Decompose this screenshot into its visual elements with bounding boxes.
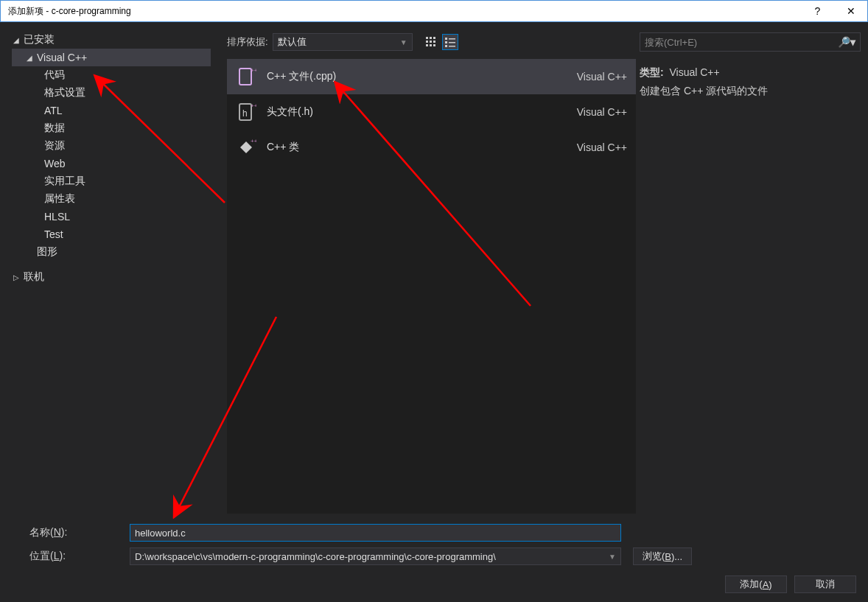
- sort-value: 默认值: [278, 35, 307, 49]
- template-name: C++ 文件(.cpp): [267, 70, 577, 83]
- system-buttons: ? ✕: [801, 1, 867, 21]
- sort-dropdown[interactable]: 默认值 ▼: [273, 33, 413, 51]
- svg-rect-5: [433, 41, 435, 43]
- title-bar: 添加新项 - c-core-programming ? ✕: [0, 0, 868, 22]
- tree-label: 图形: [37, 245, 57, 259]
- info-panel: 类型: Visual C++ 创建包含 C++ 源代码的文件: [640, 63, 861, 100]
- template-item-cpp-file[interactable]: ++ C++ 文件(.cpp) Visual C++: [227, 59, 636, 94]
- cpp-file-icon: ++: [236, 66, 256, 87]
- svg-rect-2: [433, 37, 435, 39]
- svg-rect-13: [445, 45, 447, 47]
- template-lang: Visual C++: [577, 141, 627, 153]
- svg-rect-15: [239, 69, 251, 85]
- svg-rect-8: [433, 44, 435, 46]
- svg-text:++: ++: [251, 67, 256, 74]
- tree-item-installed[interactable]: ◢ 已安装: [12, 31, 211, 49]
- expand-icon: ◢: [12, 36, 21, 44]
- svg-rect-14: [449, 46, 455, 47]
- window-title: 添加新项 - c-core-programming: [8, 5, 801, 18]
- tree-item[interactable]: Web: [12, 155, 211, 172]
- cpp-class-icon: ++: [236, 137, 256, 158]
- header-file-icon: h++: [236, 102, 256, 122]
- svg-rect-11: [445, 41, 447, 43]
- template-name: 头文件(.h): [267, 105, 577, 119]
- svg-rect-10: [449, 38, 455, 40]
- tree-item[interactable]: Test: [12, 225, 211, 243]
- close-button[interactable]: ✕: [834, 1, 867, 21]
- bottom-form: 名称(N): 位置(L): D:\workspace\c\vs\modern-c…: [29, 521, 856, 568]
- type-value: Visual C++: [669, 66, 719, 78]
- svg-text:++: ++: [251, 102, 256, 109]
- svg-rect-6: [426, 44, 428, 46]
- svg-text:++: ++: [251, 138, 256, 144]
- view-mode-icons: [423, 34, 458, 50]
- footer-buttons: 添加(A) 取消: [725, 575, 856, 593]
- location-row: 位置(L): D:\workspace\c\vs\modern-c-progra…: [29, 545, 856, 568]
- chevron-down-icon: ▼: [609, 553, 616, 561]
- name-label: 名称(N):: [29, 526, 118, 539]
- tree-item-graphics[interactable]: 图形: [12, 243, 211, 261]
- name-input[interactable]: [130, 524, 621, 542]
- location-label: 位置(L):: [29, 550, 118, 563]
- svg-rect-12: [449, 42, 455, 43]
- svg-rect-4: [430, 41, 432, 43]
- svg-rect-7: [430, 44, 432, 46]
- search-box[interactable]: 🔎▾: [640, 32, 861, 52]
- template-list: ++ C++ 文件(.cpp) Visual C++ h++ 头文件(.h) V…: [227, 59, 636, 514]
- type-label: 类型:: [640, 66, 664, 78]
- template-item-header-file[interactable]: h++ 头文件(.h) Visual C++: [227, 94, 636, 130]
- tree-item-visualcpp[interactable]: ◢ Visual C++: [12, 49, 211, 66]
- sort-label: 排序依据:: [227, 35, 268, 49]
- svg-rect-0: [426, 37, 428, 39]
- location-value: D:\workspace\c\vs\modern-c-programming\c…: [135, 551, 496, 562]
- browse-button[interactable]: 浏览(B)...: [633, 547, 692, 565]
- collapse-icon: ▷: [12, 273, 21, 281]
- tree-item[interactable]: 实用工具: [12, 172, 211, 190]
- svg-text:h: h: [242, 108, 248, 119]
- type-row: 类型: Visual C++: [640, 63, 861, 82]
- tree-label: Visual C++: [37, 52, 87, 63]
- tree-item-online[interactable]: ▷ 联机: [12, 268, 211, 286]
- sort-row: 排序依据: 默认值 ▼: [227, 33, 458, 51]
- expand-icon: ◢: [25, 54, 34, 62]
- template-item-cpp-class[interactable]: ++ C++ 类 Visual C++: [227, 130, 636, 165]
- search-icon[interactable]: 🔎▾: [838, 36, 855, 48]
- tree-item[interactable]: ATL: [12, 102, 211, 119]
- help-button[interactable]: ?: [801, 1, 834, 21]
- tree-item[interactable]: 资源: [12, 137, 211, 155]
- cancel-button[interactable]: 取消: [794, 575, 856, 593]
- tree-item[interactable]: HLSL: [12, 208, 211, 225]
- dialog-body: 排序依据: 默认值 ▼ 🔎▾ ◢ 已安装 ◢: [0, 22, 868, 602]
- name-row: 名称(N):: [29, 521, 856, 545]
- grid-view-icon[interactable]: [423, 34, 439, 50]
- chevron-down-icon: ▼: [400, 38, 407, 46]
- tree-item[interactable]: 属性表: [12, 190, 211, 208]
- svg-rect-3: [426, 41, 428, 43]
- tree-item[interactable]: 数据: [12, 119, 211, 137]
- tree-label: 已安装: [24, 33, 55, 46]
- description: 创建包含 C++ 源代码的文件: [640, 82, 861, 100]
- tree-item[interactable]: 代码: [12, 66, 211, 84]
- tree-label: 联机: [24, 270, 44, 284]
- svg-rect-9: [445, 38, 447, 40]
- svg-rect-1: [430, 37, 432, 39]
- category-tree: ◢ 已安装 ◢ Visual C++ 代码 格式设置 ATL 数据 资源 Web…: [12, 31, 211, 286]
- location-dropdown[interactable]: D:\workspace\c\vs\modern-c-programming\c…: [130, 547, 621, 565]
- template-lang: Visual C++: [577, 106, 627, 118]
- template-name: C++ 类: [267, 141, 577, 154]
- tree-item[interactable]: 格式设置: [12, 84, 211, 102]
- list-view-icon[interactable]: [442, 34, 458, 50]
- search-input[interactable]: [645, 37, 835, 48]
- template-lang: Visual C++: [577, 71, 627, 83]
- add-button[interactable]: 添加(A): [725, 575, 787, 593]
